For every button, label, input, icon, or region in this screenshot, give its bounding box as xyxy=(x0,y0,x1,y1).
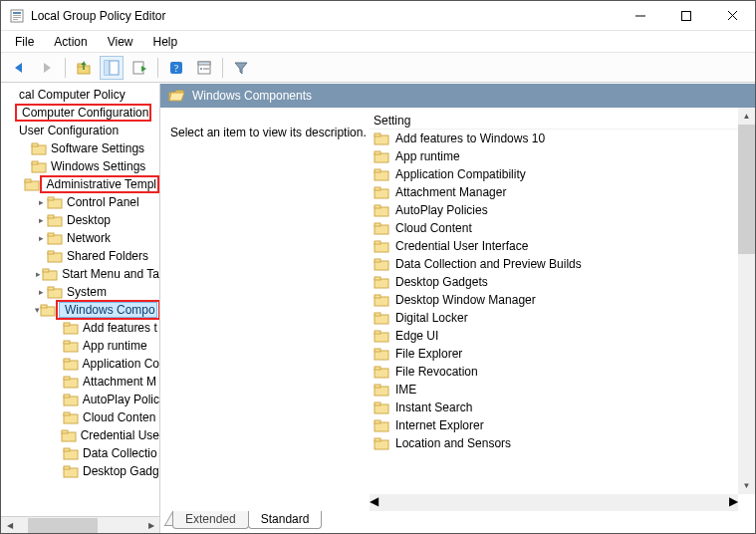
list-horizontal-scrollbar[interactable]: ◀ ▶ xyxy=(370,494,738,511)
tree-horizontal-scrollbar[interactable]: ◀ ▶ xyxy=(1,516,159,533)
menu-view[interactable]: View xyxy=(100,33,141,51)
menu-file[interactable]: File xyxy=(7,33,42,51)
tree-item[interactable]: App runtime xyxy=(1,337,159,355)
svg-rect-54 xyxy=(64,395,70,398)
svg-rect-74 xyxy=(375,205,380,208)
tree-item[interactable]: Cloud Conten xyxy=(1,408,159,426)
scroll-track[interactable] xyxy=(378,494,729,511)
svg-rect-62 xyxy=(64,466,70,469)
scroll-left-icon[interactable]: ◀ xyxy=(370,494,378,511)
tree-item[interactable]: ▸Control Panel xyxy=(1,193,159,211)
toolbar-separator xyxy=(157,58,158,78)
filter-button[interactable] xyxy=(229,56,253,80)
list-item[interactable]: Credential User Interface xyxy=(370,237,737,255)
detail-tabs: Extended Standard xyxy=(160,511,755,533)
scroll-down-icon[interactable]: ▼ xyxy=(738,477,755,494)
list-item[interactable]: Attachment Manager xyxy=(370,183,737,201)
svg-rect-52 xyxy=(64,377,70,380)
expand-closed-icon[interactable]: ▸ xyxy=(35,197,47,207)
list-item[interactable]: Application Compatibility xyxy=(370,165,737,183)
tree-item[interactable]: ▸Desktop xyxy=(1,211,159,229)
tree-item[interactable]: Credential Use xyxy=(1,426,159,444)
svg-rect-92 xyxy=(375,367,380,370)
tree-item-label: Windows Settings xyxy=(51,159,145,173)
settings-list[interactable]: Add features to Windows 10App runtimeApp… xyxy=(370,130,737,511)
list-item[interactable]: Desktop Window Manager xyxy=(370,291,737,309)
tab-standard[interactable]: Standard xyxy=(248,511,323,529)
settings-column-header[interactable]: Setting xyxy=(370,112,737,130)
show-tree-button[interactable] xyxy=(100,56,124,80)
tree-item[interactable]: Data Collectio xyxy=(1,444,159,462)
scroll-thumb[interactable] xyxy=(738,125,755,254)
list-item[interactable]: File Revocation xyxy=(370,363,737,381)
tree-item[interactable]: Windows Settings xyxy=(1,157,159,175)
list-item[interactable]: Instant Search xyxy=(370,399,737,416)
tree-item[interactable]: Administrative Templ xyxy=(1,175,159,193)
back-button[interactable] xyxy=(7,56,31,80)
expand-closed-icon[interactable]: ▸ xyxy=(35,215,47,225)
tree-item[interactable]: Attachment M xyxy=(1,373,159,391)
tree-item[interactable]: User Configuration xyxy=(1,122,159,139)
close-button[interactable] xyxy=(709,1,755,30)
tree-item[interactable]: Application Co xyxy=(1,355,159,373)
tree-item[interactable]: ▾Windows Compo xyxy=(1,301,159,319)
svg-rect-76 xyxy=(375,223,380,226)
svg-rect-66 xyxy=(375,134,380,136)
scroll-left-icon[interactable]: ◀ xyxy=(1,518,18,533)
export-button[interactable] xyxy=(127,56,151,80)
list-item[interactable]: Digital Locker xyxy=(370,309,737,327)
list-item[interactable]: Data Collection and Preview Builds xyxy=(370,255,737,273)
svg-rect-84 xyxy=(375,295,380,298)
list-item[interactable]: Internet Explorer xyxy=(370,416,737,434)
minimize-button[interactable] xyxy=(618,1,663,30)
folder-icon xyxy=(374,256,389,272)
tree-item[interactable]: ▸Start Menu and Ta xyxy=(1,265,159,283)
policy-tree[interactable]: cal Computer PolicyComputer Configuratio… xyxy=(1,84,159,516)
tree-item[interactable]: Shared Folders xyxy=(1,247,159,265)
expand-closed-icon[interactable]: ▸ xyxy=(35,233,47,243)
list-vertical-scrollbar[interactable]: ▲ ▼ xyxy=(738,108,755,494)
highlight-box: Windows Compo xyxy=(56,300,159,320)
list-item[interactable]: Desktop Gadgets xyxy=(370,273,737,291)
help-button[interactable]: ? xyxy=(164,56,188,80)
folder-icon xyxy=(374,382,389,398)
tree-item[interactable]: Add features t xyxy=(1,319,159,337)
list-item[interactable]: IME xyxy=(370,381,737,399)
expand-closed-icon[interactable]: ▸ xyxy=(35,287,47,297)
svg-rect-2 xyxy=(13,15,21,16)
tree-item[interactable]: ▸Network xyxy=(1,229,159,247)
expand-closed-icon[interactable]: ▸ xyxy=(35,269,42,279)
svg-rect-42 xyxy=(48,287,54,290)
scroll-right-icon[interactable]: ▶ xyxy=(142,518,159,533)
properties-button[interactable] xyxy=(192,56,216,80)
tree-item[interactable]: ▸System xyxy=(1,283,159,301)
menu-help[interactable]: Help xyxy=(145,33,186,51)
list-item[interactable]: App runtime xyxy=(370,147,737,165)
list-item[interactable]: Location and Sensors xyxy=(370,434,737,452)
tree-item[interactable]: Desktop Gadg xyxy=(1,462,159,480)
svg-rect-32 xyxy=(48,197,54,200)
svg-rect-90 xyxy=(375,349,380,352)
tree-item[interactable]: AutoPlay Polic xyxy=(1,391,159,408)
scroll-right-icon[interactable]: ▶ xyxy=(729,494,738,511)
menu-action[interactable]: Action xyxy=(46,33,95,51)
scroll-up-icon[interactable]: ▲ xyxy=(738,108,755,125)
folder-icon xyxy=(63,445,79,461)
list-item[interactable]: AutoPlay Policies xyxy=(370,201,737,219)
list-item[interactable]: Cloud Content xyxy=(370,219,737,237)
list-item[interactable]: Edge UI xyxy=(370,327,737,345)
scroll-thumb[interactable] xyxy=(28,518,98,533)
list-item[interactable]: Add features to Windows 10 xyxy=(370,130,737,147)
tree-item[interactable]: Software Settings xyxy=(1,139,159,157)
tab-extended[interactable]: Extended xyxy=(172,511,249,529)
forward-button[interactable] xyxy=(35,56,59,80)
scroll-track[interactable] xyxy=(18,518,142,533)
svg-rect-70 xyxy=(375,169,380,172)
maximize-button[interactable] xyxy=(663,1,709,30)
list-item[interactable]: File Explorer xyxy=(370,345,737,363)
tree-item[interactable]: cal Computer Policy xyxy=(1,86,159,104)
scroll-track[interactable] xyxy=(738,125,755,477)
svg-marker-9 xyxy=(15,63,22,73)
up-level-button[interactable] xyxy=(72,56,96,80)
tree-item[interactable]: Computer Configuration xyxy=(1,104,159,122)
